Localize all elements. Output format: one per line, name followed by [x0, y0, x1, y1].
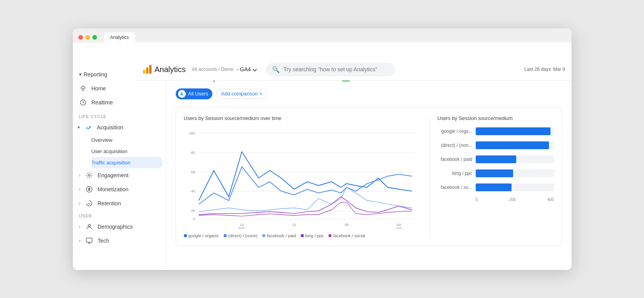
svg-text:28: 28	[344, 222, 349, 226]
bar-row-3: facebook / paid	[438, 155, 554, 163]
legend-item-google: google / organic	[184, 233, 219, 238]
expand-right-icon5: ›	[79, 238, 81, 243]
legend-label-direct: (direct) / (none)	[228, 233, 258, 238]
svg-point-1	[88, 174, 90, 176]
search-input[interactable]	[284, 66, 389, 72]
svg-text:Apr: Apr	[396, 226, 402, 229]
line-chart-title: Users by Session source/medium over time	[184, 115, 423, 121]
bar-fill-2	[476, 141, 549, 149]
header-account-row: All accounts / Demo - GA4	[192, 66, 256, 72]
header-search: 🔍	[266, 63, 395, 76]
expand-arrow-icon: ▾	[78, 125, 80, 130]
dot-green[interactable]	[92, 35, 97, 40]
legend-item-facebook-paid: facebook / paid	[262, 233, 296, 238]
realtime-icon	[79, 99, 87, 106]
legend-item-direct: (direct) / (none)	[224, 233, 258, 238]
chevron-down-icon: ▾	[79, 72, 81, 77]
add-comparison-label: Add comparison	[221, 91, 258, 97]
axis-label-200: 200	[509, 197, 516, 202]
dot-red[interactable]	[78, 35, 83, 40]
legend-row: google / organic (direct) / (none) faceb…	[184, 233, 423, 238]
engagement-icon	[85, 171, 93, 179]
bar-fill-4	[476, 169, 513, 177]
bar-row-4: bing / ppc	[438, 169, 554, 177]
sidebar-item-demographics[interactable]: › Demographics	[73, 220, 163, 234]
demographics-icon	[85, 223, 93, 231]
svg-text:60: 60	[191, 169, 195, 174]
sidebar-item-overview[interactable]: Overview	[92, 134, 163, 146]
add-icon: +	[259, 91, 262, 97]
expand-right-icon: ›	[79, 173, 81, 178]
logo-icon	[143, 65, 152, 74]
sidebar-item-tech[interactable]: › Tech	[73, 234, 163, 248]
tech-icon	[85, 237, 93, 245]
bar-label-2: (direct) / (non...	[438, 143, 473, 148]
date-range: Last 28 days Mar 9	[524, 67, 565, 72]
legend-label-bing: bing / ppc	[305, 233, 324, 238]
sidebar-item-retention[interactable]: › Retention	[73, 196, 163, 210]
svg-text:80: 80	[191, 150, 195, 154]
browser-tab[interactable]: Analytics	[104, 32, 135, 42]
bar-chart-section: Users by Session source/medium google / …	[429, 115, 554, 238]
sidebar-item-traffic-acquisition[interactable]: Traffic acquisition	[92, 157, 163, 168]
svg-text:0: 0	[193, 217, 195, 221]
bar-track-5	[476, 183, 554, 191]
home-label: Home	[92, 85, 106, 92]
bar-track-1	[476, 127, 554, 135]
legend-dot-bing	[301, 234, 304, 237]
sidebar-item-home[interactable]: Home	[73, 81, 163, 95]
reporting-label: Reporting	[84, 71, 108, 78]
all-users-badge[interactable]: A All Users	[176, 88, 212, 99]
axis-label-400: 400	[547, 197, 554, 202]
chevron-down-icon	[252, 67, 257, 71]
sidebar-item-engagement[interactable]: › Engagement	[73, 168, 163, 182]
sidebar: ▾ Reporting Home Realtime Life Cycle	[73, 64, 166, 270]
line-chart-svg: 100 80 60 40 20 0 14 Mar 21 28	[184, 127, 423, 229]
monetization-label: Monetization	[98, 186, 129, 192]
bar-track-4	[476, 169, 554, 177]
bar-label-5: facebook / so...	[438, 185, 473, 190]
bar-row-1: google / orga...	[438, 127, 554, 135]
dot-yellow[interactable]	[85, 35, 90, 40]
bar-axis: 0 200 400	[438, 197, 554, 202]
legend-dot-direct	[224, 234, 227, 237]
line-chart-section: Users by Session source/medium over time	[184, 115, 423, 238]
demographics-label: Demographics	[98, 224, 133, 230]
filter-row: A All Users Add comparison +	[176, 88, 562, 99]
property-selector[interactable]: - GA4	[236, 66, 256, 72]
sidebar-item-realtime[interactable]: Realtime	[73, 95, 163, 109]
app-title: Analytics	[155, 65, 186, 74]
logo-bar-1	[143, 70, 145, 74]
engagement-label: Engagement	[98, 172, 129, 178]
bar-track-3	[476, 155, 554, 163]
bar-fill-3	[476, 155, 517, 163]
expand-right-icon3: ›	[79, 201, 81, 206]
expand-right-icon4: ›	[79, 224, 81, 229]
line-chart-wrapper: 100 80 60 40 20 0 14 Mar 21 28	[184, 127, 423, 229]
home-icon	[79, 85, 87, 92]
bar-row-2: (direct) / (non...	[438, 141, 554, 149]
main-layout: ▾ Reporting Home Realtime Life Cycle	[73, 64, 572, 270]
header-logo: Analytics	[143, 65, 186, 74]
browser-window: Analytics Analytics All accounts / Demo …	[73, 28, 572, 270]
sidebar-item-user-acquisition[interactable]: User acquisition	[92, 146, 163, 157]
svg-rect-4	[86, 238, 92, 242]
traffic-acquisition-label: Traffic acquisition	[92, 160, 131, 166]
svg-text:40: 40	[191, 189, 195, 193]
browser-tabs: Analytics	[104, 32, 566, 42]
bar-track-2	[476, 141, 554, 149]
legend-item-bing: bing / ppc	[301, 233, 324, 238]
add-comparison-button[interactable]: Add comparison +	[216, 89, 268, 99]
overview-label: Overview	[92, 137, 113, 143]
all-users-label: All Users	[188, 91, 208, 97]
sidebar-item-monetization[interactable]: › Monetization	[73, 182, 163, 196]
legend-dot-facebook-paid	[262, 234, 265, 237]
browser-chrome: Analytics	[73, 28, 572, 42]
legend-dot-facebook-social	[328, 234, 332, 237]
legend-label-facebook-paid: facebook / paid	[267, 233, 296, 238]
legend-item-facebook-social: facebook / social	[328, 233, 365, 238]
sidebar-item-acquisition[interactable]: ▾ Acquisition	[73, 120, 163, 134]
bar-fill-5	[476, 183, 512, 191]
legend-label-google: google / organic	[189, 233, 219, 238]
bar-label-4: bing / ppc	[438, 171, 473, 176]
